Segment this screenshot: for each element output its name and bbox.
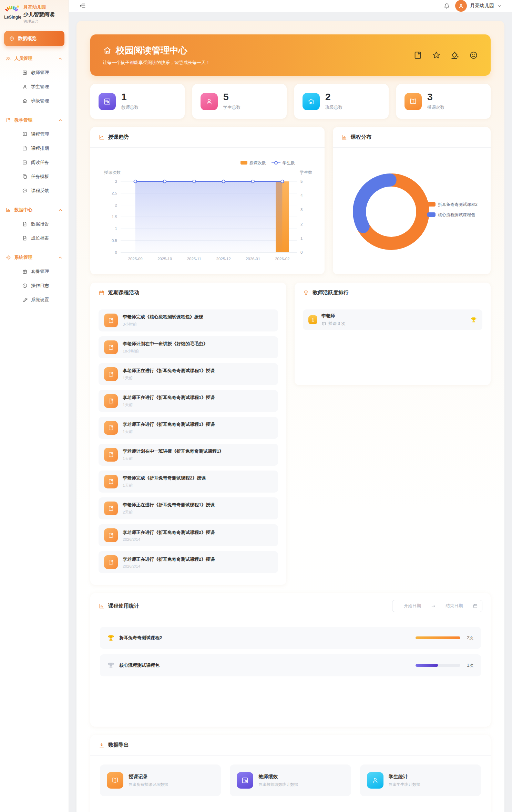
- svg-text:3: 3: [115, 179, 117, 183]
- usage-row: 核心流程测试课程包 1次: [100, 654, 481, 676]
- open-book-icon: [107, 772, 123, 789]
- activity-time: 1天前: [123, 402, 215, 408]
- page-icon: [104, 394, 118, 408]
- sidebar-item[interactable]: 任务模板: [4, 169, 64, 183]
- page-icon: [104, 475, 118, 488]
- home-icon: [22, 98, 28, 104]
- activity-item[interactable]: 李老师完成《核心流程测试课程包》授课 3小时前: [99, 309, 278, 331]
- start-date-input[interactable]: 开始日期: [397, 603, 428, 609]
- pie-chart-body: 折耳兔奇奇测试课程2核心流程测试课程包: [333, 148, 491, 274]
- calendar-icon: [473, 603, 478, 609]
- activity-item[interactable]: 李老师正在进行《折耳兔奇奇测试课程1》授课 1天前: [99, 363, 278, 385]
- page-icon: [104, 314, 118, 327]
- date-range-picker[interactable]: 开始日期 结束日期: [392, 600, 482, 612]
- svg-text:折耳兔奇奇测试课程2: 折耳兔奇奇测试课程2: [438, 202, 478, 207]
- export-card[interactable]: 学生统计 导出学生统计数据: [360, 764, 481, 796]
- bar-chart-icon: [341, 134, 347, 140]
- export-title: 教师绩效: [258, 774, 298, 780]
- ranking-row[interactable]: 1 李老师 授课 3 次: [303, 309, 482, 330]
- download-icon: [99, 742, 105, 748]
- sidebar-item[interactable]: 系统设置: [4, 293, 64, 307]
- legend-item-bar[interactable]: 授课次数: [240, 160, 266, 165]
- course-name: 折耳兔奇奇测试课程2: [119, 635, 162, 641]
- sidebar-item[interactable]: 班级管理: [4, 94, 64, 108]
- activity-item[interactable]: 李老师计划在中一班讲授《好饿的毛毛虫》 18小时前: [99, 336, 278, 358]
- stat-value: 3: [427, 92, 444, 102]
- legend-item[interactable]: 折耳兔奇奇测试课程2: [427, 202, 478, 207]
- brand-subtitle: 管理后台: [23, 19, 54, 24]
- sidebar-item[interactable]: 成长档案: [4, 231, 64, 245]
- bar-chart-icon: [6, 207, 11, 213]
- calendar-icon: [99, 290, 105, 296]
- usage-count: 1次: [464, 663, 473, 668]
- notification-bell-icon[interactable]: [443, 3, 450, 9]
- pie-segment[interactable]: [359, 180, 390, 226]
- legend-item-line[interactable]: 学生数: [272, 160, 295, 165]
- sidebar-item[interactable]: 教师管理: [4, 65, 64, 80]
- sidebar-item[interactable]: 课程排期: [4, 141, 64, 155]
- open-book-icon: [22, 131, 28, 137]
- activity-item[interactable]: 李老师完成《折耳兔奇奇测试课程2》授课 1天前: [99, 471, 278, 493]
- svg-text:核心流程测试课程包: 核心流程测试课程包: [438, 212, 475, 217]
- sidebar-item-label: 课程排期: [31, 145, 49, 151]
- svg-text:2026-02: 2026-02: [275, 257, 289, 261]
- svg-text:2.5: 2.5: [112, 191, 117, 195]
- sidebar-item[interactable]: 阅读任务: [4, 155, 64, 169]
- sidebar-item[interactable]: 课程反馈: [4, 183, 64, 198]
- activity-time: 18小时前: [123, 349, 208, 354]
- hero-subtitle: 让每一个孩子都能享受阅读的快乐，智慧成长每一天！: [103, 60, 210, 66]
- sidebar-item[interactable]: 套餐管理: [4, 264, 64, 278]
- sidebar-section: 教学管理 课程管理 课程排期 阅读任务 任务模板 课程反馈: [4, 113, 64, 198]
- stat-label: 班级总数: [325, 105, 342, 110]
- end-date-input[interactable]: 结束日期: [439, 603, 470, 609]
- task-check-icon: [22, 160, 28, 165]
- sidebar-section-label: 数据中心: [14, 207, 32, 213]
- topbar-right: 月亮幼儿园: [443, 0, 502, 12]
- user-menu[interactable]: 月亮幼儿园: [455, 0, 502, 12]
- activity-text: 李老师完成《折耳兔奇奇测试课程2》授课: [123, 475, 206, 481]
- sidebar-item[interactable]: 数据报告: [4, 217, 64, 231]
- activity-item[interactable]: 李老师正在进行《折耳兔奇奇测试课程1》授课 1天前: [99, 390, 278, 412]
- activity-item[interactable]: 李老师正在进行《折耳兔奇奇测试课程1》授课 1天前: [99, 417, 278, 439]
- stat-value: 2: [325, 92, 342, 102]
- activity-item[interactable]: 李老师计划在中一班讲授《折耳兔奇奇测试课程1》 1天前: [99, 444, 278, 466]
- activity-item[interactable]: 李老师正在进行《折耳兔奇奇测试课程1》授课 2天前: [99, 497, 278, 519]
- export-card[interactable]: 授课记录 导出所有授课记录数据: [100, 764, 221, 796]
- activity-item[interactable]: 李老师正在进行《折耳兔奇奇测试课程2》授课 2026/2/14: [99, 524, 278, 546]
- logo-arc-icon: [4, 4, 19, 14]
- sidebar-nav: 数据概览 人员管理 教师管理 学生管理 班级管理 教学管理 课程管理: [0, 27, 69, 307]
- stat-card: 5 学生总数: [192, 84, 287, 119]
- panel-title: 授课趋势: [108, 134, 129, 140]
- logo-text: LeSingle: [4, 15, 20, 20]
- sidebar-section-header[interactable]: 系统管理: [4, 251, 64, 264]
- sidebar-item[interactable]: 学生管理: [4, 80, 64, 94]
- sidebar-item-label: 系统设置: [31, 297, 49, 303]
- sidebar-item-label: 课程反馈: [31, 188, 49, 194]
- brand-area: LeSingle 月亮幼儿园 少儿智慧阅读 管理后台: [0, 0, 69, 27]
- open-book-icon: [405, 93, 422, 110]
- sidebar-item-overview[interactable]: 数据概览: [4, 31, 64, 46]
- sidebar-section-header[interactable]: 教学管理: [4, 113, 64, 127]
- svg-text:1.5: 1.5: [112, 215, 117, 219]
- sidebar-item[interactable]: 课程管理: [4, 127, 64, 141]
- activity-item[interactable]: 李老师正在进行《折耳兔奇奇测试课程2》授课 2026/2/14: [99, 551, 278, 573]
- collapse-sidebar-icon[interactable]: [79, 2, 86, 9]
- sidebar-item[interactable]: 操作日志: [4, 278, 64, 293]
- panel-header: 课程使用统计 开始日期 结束日期: [90, 593, 491, 619]
- panel-header: 教师活跃度排行: [295, 283, 491, 303]
- sidebar-item-label: 数据报告: [31, 221, 49, 227]
- panel-title: 教师活跃度排行: [313, 289, 349, 296]
- sidebar-section-header[interactable]: 人员管理: [4, 52, 64, 65]
- clock-icon: [22, 283, 28, 288]
- panel-title: 数据导出: [108, 742, 129, 748]
- gear-icon: [6, 255, 11, 260]
- users-icon: [6, 56, 11, 61]
- stat-label: 授课次数: [427, 105, 444, 110]
- teacher-ranking-panel: 教师活跃度排行 1 李老师 授课 3 次: [295, 283, 491, 385]
- course-distribution-chart: 折耳兔奇奇测试课程2核心流程测试课程包: [341, 154, 482, 267]
- sidebar-section-header[interactable]: 数据中心: [4, 203, 64, 217]
- legend-item[interactable]: 核心流程测试课程包: [427, 212, 475, 217]
- panel-header: 数据导出: [90, 735, 491, 756]
- export-cards: 授课记录 导出所有授课记录数据 教师绩效 导出教师绩效统计数据 学生统计 导出学…: [90, 756, 491, 812]
- export-card[interactable]: 教师绩效 导出教师绩效统计数据: [230, 764, 351, 796]
